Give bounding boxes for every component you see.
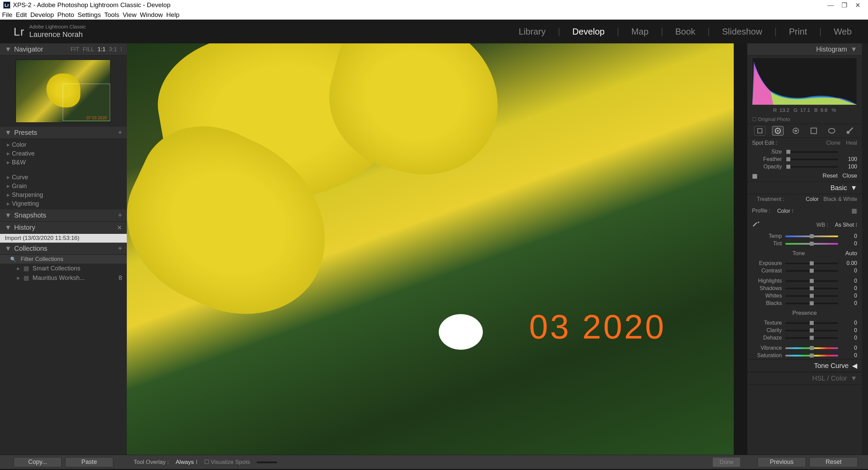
- menu-settings[interactable]: Settings: [78, 11, 101, 19]
- collections-header[interactable]: ▼ Collections +: [0, 243, 127, 255]
- preset-group[interactable]: ▸Vignetting: [0, 199, 127, 208]
- tint-slider[interactable]: Tint0: [747, 240, 862, 247]
- collection-item[interactable]: ▸▦Smart Collections: [0, 264, 127, 273]
- navigator-thumbnail[interactable]: 07 03 2020: [0, 56, 127, 127]
- add-preset-button[interactable]: +: [118, 129, 122, 137]
- crop-tool-button[interactable]: [754, 126, 766, 136]
- auto-tone-button[interactable]: Auto: [845, 250, 857, 257]
- saturation-slider[interactable]: Saturation0: [747, 352, 862, 359]
- preset-group[interactable]: ▸B&W: [0, 158, 127, 167]
- add-snapshot-button[interactable]: +: [118, 211, 122, 219]
- exposure-slider[interactable]: Exposure0.00: [747, 260, 862, 267]
- feather-slider[interactable]: Feather 100: [747, 156, 862, 163]
- toggle-pins-button[interactable]: ▦: [752, 172, 757, 180]
- zoom-3:1[interactable]: 3:1: [109, 46, 117, 53]
- spot-reset-button[interactable]: Reset: [823, 172, 837, 180]
- reset-button[interactable]: Reset: [809, 457, 858, 467]
- wb-dropdown[interactable]: As Shot ⁝: [835, 222, 857, 228]
- minimize-button[interactable]: —: [824, 1, 837, 9]
- navigator-zoom[interactable]: FITFILL1:13:1 ⁝: [71, 46, 122, 53]
- highlights-slider[interactable]: Highlights0: [747, 277, 862, 285]
- treatment-bw-button[interactable]: Black & White: [823, 196, 857, 202]
- copy-settings-button[interactable]: Copy...: [14, 457, 62, 467]
- menu-view[interactable]: View: [123, 11, 137, 19]
- contrast-slider[interactable]: Contrast0: [747, 267, 862, 274]
- preset-group[interactable]: ▸Curve: [0, 173, 127, 182]
- module-map[interactable]: Map: [629, 26, 651, 37]
- module-slideshow[interactable]: Slideshow: [719, 26, 765, 37]
- history-item[interactable]: Import (13/03/2020 11:53:16): [0, 234, 127, 243]
- close-window-button[interactable]: ✕: [851, 1, 865, 9]
- preset-group[interactable]: ▸Creative: [0, 149, 127, 158]
- add-collection-button[interactable]: +: [118, 245, 122, 252]
- tool-overlay-dropdown[interactable]: Always ⁝: [176, 458, 197, 466]
- presets-header[interactable]: ▼ Presets +: [0, 127, 127, 139]
- vibrance-slider[interactable]: Vibrance0: [747, 344, 862, 352]
- visualize-spots-checkbox[interactable]: ☐ Visualize Spots: [204, 458, 250, 466]
- module-web[interactable]: Web: [831, 26, 854, 37]
- menu-develop[interactable]: Develop: [30, 11, 54, 19]
- treatment-color-button[interactable]: Color: [806, 196, 818, 202]
- module-develop[interactable]: Develop: [570, 26, 607, 37]
- module-library[interactable]: Library: [516, 26, 548, 37]
- histogram-header[interactable]: Histogram ▼: [747, 43, 862, 56]
- spot-heal-marker[interactable]: [439, 314, 483, 350]
- hsl-header[interactable]: HSL / Color ▼: [747, 372, 862, 385]
- clone-mode-button[interactable]: Clone: [826, 140, 841, 146]
- module-book[interactable]: Book: [672, 26, 698, 37]
- spot-tool-button[interactable]: [772, 126, 784, 136]
- menu-tools[interactable]: Tools: [104, 11, 119, 19]
- profile-dropdown[interactable]: Color ⁝: [777, 208, 793, 214]
- blacks-slider[interactable]: Blacks0: [747, 300, 862, 307]
- zoom-fill[interactable]: FILL: [83, 46, 94, 53]
- right-scrollbar[interactable]: [862, 43, 868, 455]
- presence-header: Presence: [747, 307, 862, 319]
- tone-curve-header[interactable]: Tone Curve ◀: [747, 359, 862, 372]
- previous-button[interactable]: Previous: [757, 457, 806, 467]
- basic-panel-header[interactable]: Basic ▼: [747, 182, 862, 194]
- histogram-graph[interactable]: [752, 58, 857, 105]
- visualize-slider[interactable]: [257, 459, 277, 466]
- menu-file[interactable]: File: [2, 11, 13, 19]
- gradient-tool-button[interactable]: [808, 126, 820, 136]
- zoom-1:1[interactable]: 1:1: [98, 46, 106, 53]
- dehaze-slider[interactable]: Dehaze0: [747, 334, 862, 342]
- preset-group[interactable]: ▸Grain: [0, 182, 127, 190]
- app-icon: Lr: [3, 2, 10, 8]
- clear-history-button[interactable]: ✕: [117, 224, 122, 231]
- spot-close-button[interactable]: Close: [843, 172, 857, 180]
- menu-help[interactable]: Help: [166, 11, 179, 19]
- profile-browser-button[interactable]: ▦: [851, 207, 857, 214]
- preset-group[interactable]: ▸Color: [0, 140, 127, 149]
- shadows-slider[interactable]: Shadows0: [747, 285, 862, 292]
- zoom-fit[interactable]: FIT: [71, 46, 79, 53]
- original-photo-checkbox[interactable]: Original Photo: [747, 115, 862, 124]
- clarity-slider[interactable]: Clarity0: [747, 327, 862, 334]
- navigator-header[interactable]: ▼ Navigator FITFILL1:13:1 ⁝: [0, 43, 127, 56]
- history-header[interactable]: ▼ History ✕: [0, 222, 127, 234]
- menu-window[interactable]: Window: [140, 11, 163, 19]
- temp-slider[interactable]: Temp0: [747, 232, 862, 240]
- preset-group[interactable]: ▸Sharpening: [0, 190, 127, 199]
- menu-edit[interactable]: Edit: [16, 11, 27, 19]
- filter-collections-input[interactable]: Filter Collections: [0, 255, 127, 264]
- wb-picker-icon[interactable]: [752, 219, 761, 230]
- opacity-slider[interactable]: Opacity 100: [747, 163, 862, 170]
- menu-photo[interactable]: Photo: [57, 11, 74, 19]
- hsl-title: HSL / Color: [812, 374, 847, 382]
- collection-item[interactable]: ▸▦Mauritius Worksh...8: [0, 273, 127, 283]
- done-button[interactable]: Done: [712, 457, 741, 467]
- maximize-button[interactable]: ❐: [837, 1, 851, 9]
- size-slider[interactable]: Size: [747, 148, 862, 156]
- image-canvas[interactable]: 03 2020: [127, 43, 747, 455]
- texture-slider[interactable]: Texture0: [747, 319, 862, 327]
- heal-mode-button[interactable]: Heal: [846, 140, 857, 146]
- module-print[interactable]: Print: [786, 26, 810, 37]
- brush-tool-button[interactable]: [844, 126, 855, 136]
- collections-title: Collections: [14, 245, 47, 252]
- radial-tool-button[interactable]: [826, 126, 837, 136]
- redeye-tool-button[interactable]: [790, 126, 802, 136]
- paste-settings-button[interactable]: Paste: [65, 457, 113, 467]
- whites-slider[interactable]: Whites0: [747, 292, 862, 300]
- snapshots-header[interactable]: ▼ Snapshots +: [0, 209, 127, 222]
